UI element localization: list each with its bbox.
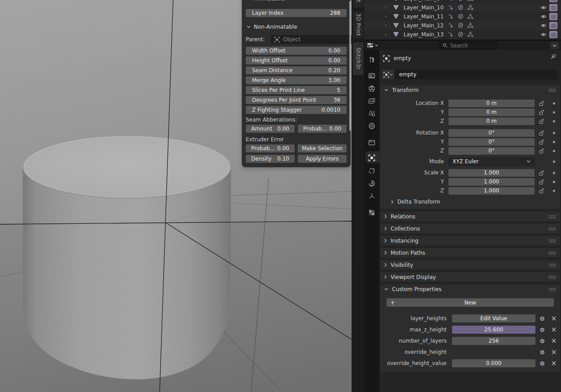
panel-grip[interactable] xyxy=(548,88,556,92)
visibility-eye-icon[interactable] xyxy=(540,5,547,12)
expand-chevron-icon[interactable]: › xyxy=(385,4,387,10)
mesh-data-icon[interactable] xyxy=(457,22,464,28)
outliner-row[interactable]: › Layer_Main_11 xyxy=(364,12,561,21)
tab-output-icon[interactable] xyxy=(368,85,375,92)
lock-icon[interactable] xyxy=(535,148,549,154)
panel-grip[interactable] xyxy=(548,251,556,255)
new-property-button[interactable]: + New xyxy=(387,298,554,307)
lock-icon[interactable] xyxy=(535,188,549,194)
location-y-field[interactable]: 0 m xyxy=(448,109,535,116)
width-offset-field[interactable]: Width Offset 0.00 xyxy=(246,47,347,55)
gear-icon[interactable]: ⚙ xyxy=(539,349,545,355)
rotation-y-field[interactable]: 0° xyxy=(448,138,535,146)
animate-dot[interactable] xyxy=(553,161,555,163)
non-animatable-section-header[interactable]: Non-Animatable xyxy=(247,23,297,30)
vertex-group-icon[interactable] xyxy=(467,13,474,19)
editor-type-button[interactable] xyxy=(367,42,383,49)
object-type-button[interactable] xyxy=(382,70,394,79)
max-z-height-field[interactable]: 25.600 xyxy=(452,326,535,334)
location-x-field[interactable]: 0 m xyxy=(448,100,535,107)
seam-distance-field[interactable]: Seam Distance 0.20 xyxy=(246,66,347,74)
tab-stitch3r[interactable]: Stitch3r xyxy=(352,42,363,76)
seam-probability-field[interactable]: Probab... 0.00 xyxy=(298,125,347,133)
animate-dot[interactable] xyxy=(553,141,555,143)
panel-motion-paths[interactable]: Motion Paths xyxy=(380,248,560,257)
lock-icon[interactable] xyxy=(535,130,549,136)
visibility-eye-icon[interactable] xyxy=(540,32,547,39)
rotation-x-field[interactable]: 0° xyxy=(448,129,535,137)
mesh-data-icon[interactable] xyxy=(457,13,464,19)
animate-dot[interactable] xyxy=(553,111,555,113)
extruder-density-field[interactable]: Density 0.10 xyxy=(246,155,295,163)
delete-icon[interactable]: × xyxy=(551,349,557,356)
edit-value-button[interactable]: Edit Value xyxy=(452,314,535,322)
vertex-group-icon[interactable] xyxy=(467,22,474,28)
visibility-eye-icon[interactable] xyxy=(540,0,547,3)
object-name[interactable]: Layer_Main_10 xyxy=(404,4,444,11)
outliner-row[interactable]: › Layer_Main_10 xyxy=(364,3,561,12)
mesh-data-icon[interactable] xyxy=(457,0,464,1)
animation-icon[interactable] xyxy=(448,4,454,10)
render-visibility-camera-icon[interactable] xyxy=(549,22,557,29)
tab-object-icon[interactable] xyxy=(368,154,375,161)
pin-icon[interactable] xyxy=(549,53,557,61)
expand-chevron-icon[interactable]: › xyxy=(385,13,387,19)
delete-icon[interactable]: × xyxy=(551,315,557,322)
breadcrumb-object-name[interactable]: empty xyxy=(394,55,411,61)
rotation-mode-dropdown[interactable]: XYZ Euler xyxy=(448,158,535,166)
animate-dot[interactable] xyxy=(553,102,555,105)
outliner-row[interactable]: › Layer_Main_12 xyxy=(364,21,561,30)
seam-amount-field[interactable]: Amount 0.00 xyxy=(246,125,295,133)
3d-viewport[interactable]: Animatable Layer Index 288 Non-Animatabl… xyxy=(0,0,352,392)
mesh-data-icon[interactable] xyxy=(457,31,464,37)
gear-icon[interactable]: ⚙ xyxy=(539,361,545,366)
degrees-per-joint-point-field[interactable]: Desgrees Per Joint Point 36 xyxy=(246,96,347,104)
height-offset-field[interactable]: Height Offset 0.00 xyxy=(246,57,347,65)
tab-data-axes-icon[interactable] xyxy=(368,192,375,200)
visibility-eye-icon[interactable] xyxy=(540,23,547,30)
z-fighting-stagger-field[interactable]: Z Fighting Stagger 0.0010 xyxy=(246,106,347,114)
tab-view-layer-icon[interactable] xyxy=(368,97,375,105)
lock-icon[interactable] xyxy=(535,109,549,115)
vertex-group-icon[interactable] xyxy=(467,4,474,10)
panel-grip[interactable] xyxy=(548,287,556,291)
tab-physics-icon[interactable] xyxy=(368,167,375,174)
animation-icon[interactable] xyxy=(448,31,454,37)
sidebar-scrollbar[interactable] xyxy=(349,1,351,131)
animatable-section-header[interactable]: Animatable xyxy=(247,0,285,2)
object-name[interactable]: Layer_Main_13 xyxy=(404,31,444,38)
apply-errors-button[interactable]: Apply Errors xyxy=(298,155,347,163)
visibility-eye-icon[interactable] xyxy=(540,14,547,21)
render-visibility-camera-icon[interactable] xyxy=(549,0,557,2)
object-name[interactable]: Layer_Main_12 xyxy=(404,22,444,29)
animate-dot[interactable] xyxy=(553,150,555,152)
transform-panel-header[interactable]: Transform xyxy=(380,85,560,95)
tab-render-icon[interactable] xyxy=(368,72,375,79)
lock-icon[interactable] xyxy=(535,118,549,124)
panel-relations[interactable]: Relations xyxy=(380,212,560,221)
tab-constraints-icon[interactable] xyxy=(368,180,375,187)
extruder-probability-field[interactable]: Probab... 0.00 xyxy=(246,144,295,152)
lock-icon[interactable] xyxy=(535,139,549,145)
custom-properties-header[interactable]: Custom Properties xyxy=(380,284,560,294)
object-name-field[interactable]: empty xyxy=(395,70,558,79)
vertex-group-icon[interactable] xyxy=(467,0,474,1)
animate-dot[interactable] xyxy=(553,181,555,183)
expand-chevron-icon[interactable]: › xyxy=(385,31,387,37)
lock-icon[interactable] xyxy=(535,179,549,185)
delta-transform-subpanel[interactable]: Delta Transform xyxy=(391,199,440,205)
layer-index-field[interactable]: Layer Index 288 xyxy=(246,9,347,17)
animate-dot[interactable] xyxy=(553,132,555,134)
animation-icon[interactable] xyxy=(448,13,454,19)
delete-icon[interactable]: × xyxy=(551,327,557,333)
override-height-value-field[interactable]: 0.000 xyxy=(452,359,535,367)
expand-chevron-icon[interactable]: › xyxy=(385,22,387,28)
tab-collection-icon[interactable] xyxy=(368,139,375,146)
expand-chevron-icon[interactable]: › xyxy=(385,0,387,1)
animate-dot[interactable] xyxy=(553,190,555,192)
delete-icon[interactable]: × xyxy=(551,338,557,344)
scale-x-field[interactable]: 1.000 xyxy=(448,169,535,177)
render-visibility-camera-icon[interactable] xyxy=(549,31,557,38)
number-of-layers-field[interactable]: 256 xyxy=(452,337,535,345)
tab-3d-print[interactable]: 3D Print xyxy=(352,11,363,39)
